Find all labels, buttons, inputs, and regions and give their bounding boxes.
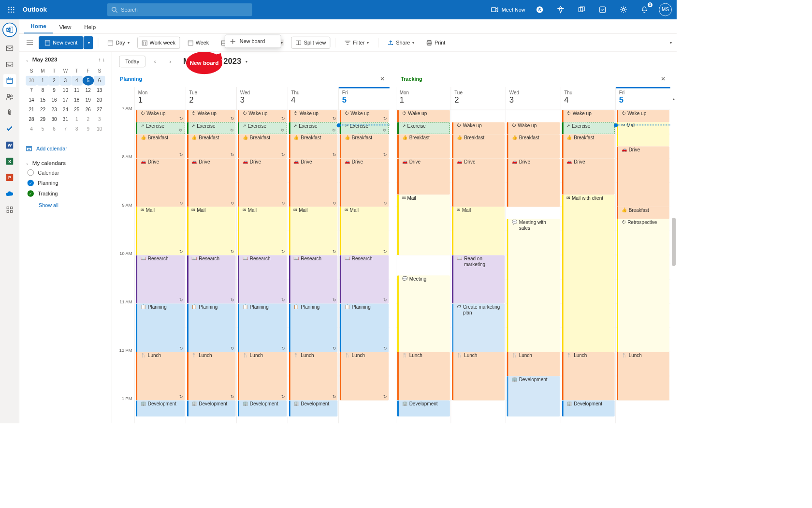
- day-column[interactable]: Tue2⏱Wake up👍Breakfast🚗Drive✉Mail📖Read o…: [451, 87, 506, 423]
- event-lunch[interactable]: 🍴Lunch: [617, 352, 669, 400]
- print-button[interactable]: Print: [422, 36, 450, 48]
- word-icon[interactable]: W: [3, 139, 16, 152]
- event-mail[interactable]: ✉Mail: [452, 207, 505, 255]
- minical-day[interactable]: 5: [83, 76, 94, 86]
- minical-day[interactable]: 6: [48, 124, 59, 134]
- event-mail[interactable]: ✉Mail: [617, 122, 669, 146]
- event-drive[interactable]: 🚗Drive: [507, 158, 560, 207]
- event-drive[interactable]: 🚗Drive↻: [289, 158, 337, 207]
- event-breakfast[interactable]: 👍Breakfast↻: [289, 134, 337, 158]
- event-development[interactable]: 🏢Development: [397, 400, 450, 416]
- close-board-icon[interactable]: ✕: [380, 76, 385, 82]
- event-drive[interactable]: 🚗Drive↻: [340, 158, 389, 207]
- event-create marketing plan[interactable]: ⏱Create marketing plan: [452, 303, 505, 352]
- minical-day[interactable]: 4: [71, 76, 82, 86]
- event-drive[interactable]: 🚗Drive: [562, 158, 614, 194]
- event-research[interactable]: 📖Research↻: [136, 255, 185, 303]
- minical-day[interactable]: 30: [48, 115, 59, 124]
- avatar[interactable]: MS: [659, 3, 672, 16]
- event-wake up[interactable]: ⏱Wake up↻: [187, 110, 235, 122]
- event-wake up[interactable]: ⏱Wake up: [507, 122, 560, 134]
- next-range-icon[interactable]: ›: [165, 56, 176, 67]
- event-exercise[interactable]: ↗Exercise↻: [238, 122, 287, 134]
- event-development[interactable]: 🏢Development: [562, 400, 614, 416]
- minical-day[interactable]: 5: [37, 124, 48, 134]
- event-breakfast[interactable]: 👍Breakfast: [397, 134, 450, 158]
- event-drive[interactable]: 🚗Drive: [397, 158, 450, 194]
- skype-icon[interactable]: S: [533, 3, 546, 16]
- event-drive[interactable]: 🚗Drive: [452, 158, 505, 207]
- month-collapse-icon[interactable]: ⌄: [26, 58, 29, 62]
- event-breakfast[interactable]: 👍Breakfast↻: [238, 134, 287, 158]
- event-drive[interactable]: 🚗Drive↻: [238, 158, 287, 207]
- range-dropdown-icon[interactable]: ▾: [246, 59, 247, 63]
- event-lunch[interactable]: 🍴Lunch↻: [238, 352, 287, 400]
- day-view-button[interactable]: Day▾: [103, 36, 134, 48]
- event-wake up[interactable]: ⏱Wake up: [397, 110, 450, 122]
- onedrive-icon[interactable]: [3, 187, 16, 200]
- minical-day[interactable]: 19: [83, 95, 94, 105]
- calendar-checkbox[interactable]: [28, 169, 34, 176]
- add-calendar-button[interactable]: Add calendar: [26, 142, 105, 155]
- teams-icon[interactable]: [575, 3, 588, 16]
- event-meeting[interactable]: 💬Meeting: [397, 275, 450, 352]
- minical-day[interactable]: 8: [71, 124, 82, 134]
- mail-icon[interactable]: [3, 42, 16, 55]
- app-launcher-icon[interactable]: [5, 3, 18, 16]
- event-lunch[interactable]: 🍴Lunch: [452, 352, 505, 400]
- my-calendars-toggle[interactable]: ⌄ My calendars: [26, 160, 105, 166]
- people-icon[interactable]: [3, 90, 16, 104]
- minical-day[interactable]: 10: [94, 124, 105, 134]
- event-planning[interactable]: 📋Planning↻: [289, 303, 337, 352]
- event-mail with client[interactable]: ✉Mail with client: [562, 194, 614, 352]
- day-column[interactable]: Wed3⏱Wake up↻↗Exercise↻👍Breakfast↻🚗Drive…: [236, 87, 287, 423]
- event-drive[interactable]: 🚗Drive↻: [136, 158, 185, 207]
- event-exercise[interactable]: ↗Exercise: [397, 122, 450, 134]
- event-exercise[interactable]: ↗Exercise↻: [340, 122, 389, 134]
- minical-day[interactable]: 26: [83, 105, 94, 115]
- event-breakfast[interactable]: 👍Breakfast: [562, 134, 614, 158]
- minical-day[interactable]: 7: [60, 124, 71, 134]
- event-research[interactable]: 📖Research↻: [187, 255, 235, 303]
- minical-day[interactable]: 2: [83, 115, 94, 124]
- event-planning[interactable]: 📋Planning↻: [136, 303, 185, 352]
- event-wake up[interactable]: ⏱Wake up↻: [340, 110, 389, 122]
- filter-button[interactable]: Filter▾: [340, 36, 373, 48]
- event-research[interactable]: 📖Research↻: [238, 255, 287, 303]
- files-icon[interactable]: [3, 106, 16, 120]
- day-column[interactable]: Fri5⏱Wake up✉Mail🚗Drive👍Breakfast⏱Retros…: [615, 87, 670, 423]
- event-wake up[interactable]: ⏱Wake up↻: [289, 110, 337, 122]
- event-wake up[interactable]: ⏱Wake up↻: [238, 110, 287, 122]
- calendar-icon[interactable]: [3, 74, 16, 87]
- event-mail[interactable]: ✉Mail↻: [238, 207, 287, 255]
- minical-day[interactable]: 31: [60, 115, 71, 124]
- event-wake up[interactable]: ⏱Wake up: [617, 110, 669, 122]
- event-mail[interactable]: ✉Mail↻: [187, 207, 235, 255]
- prev-month-icon[interactable]: ↑: [98, 57, 101, 62]
- event-breakfast[interactable]: 👍Breakfast: [452, 134, 505, 158]
- minical-day[interactable]: 17: [60, 95, 71, 105]
- minical-day[interactable]: 30: [26, 76, 37, 86]
- minical-day[interactable]: 27: [94, 105, 105, 115]
- day-column[interactable]: Wed3⏱Wake up👍Breakfast🚗Drive💬Meeting wit…: [506, 87, 560, 423]
- split-view-button[interactable]: Split view: [291, 36, 331, 48]
- event-wake up[interactable]: ⏱Wake up: [452, 122, 505, 134]
- event-drive[interactable]: 🚗Drive: [617, 146, 669, 207]
- todo-icon[interactable]: [3, 122, 16, 135]
- minical-day[interactable]: 3: [60, 76, 71, 86]
- event-development[interactable]: 🏢Development: [507, 376, 560, 416]
- event-exercise[interactable]: ↗Exercise↻: [187, 122, 235, 134]
- event-development[interactable]: 🏢Development: [187, 400, 235, 416]
- minical-day[interactable]: 29: [37, 115, 48, 124]
- minical-day[interactable]: 11: [71, 86, 82, 95]
- day-column[interactable]: Tue2⏱Wake up↻↗Exercise↻👍Breakfast↻🚗Drive…: [186, 87, 236, 423]
- minical-day[interactable]: 9: [48, 86, 59, 95]
- minical-day[interactable]: 28: [26, 115, 37, 124]
- search-input[interactable]: Search: [107, 3, 252, 16]
- scroll-up-icon[interactable]: ▴: [671, 97, 677, 103]
- close-board-icon[interactable]: ✕: [661, 76, 666, 82]
- event-lunch[interactable]: 🍴Lunch↻: [136, 352, 185, 400]
- minical-day[interactable]: 10: [60, 86, 71, 95]
- minical-day[interactable]: 13: [94, 86, 105, 95]
- settings-icon[interactable]: [617, 3, 630, 16]
